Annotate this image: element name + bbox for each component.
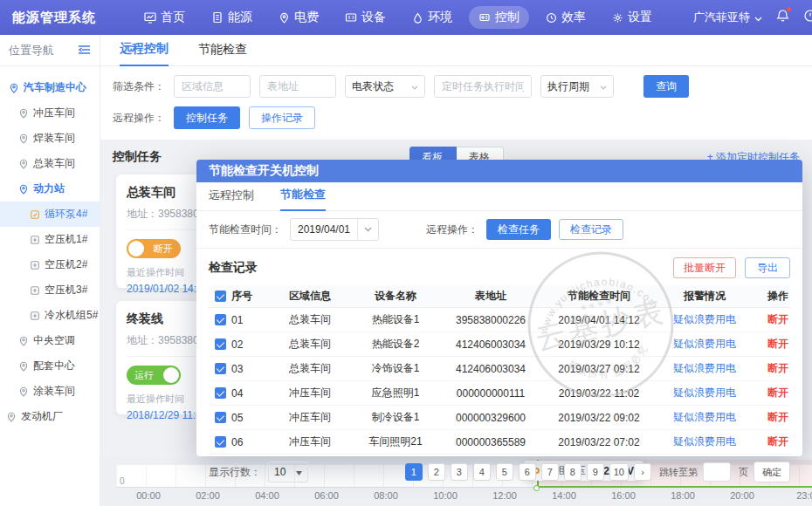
nav-energy[interactable]: 能源 [202, 6, 262, 29]
sidebar-header: 位置导航 [0, 35, 100, 66]
check-task-button[interactable]: 检查任务 [486, 219, 551, 240]
tree-item-assembly-shop[interactable]: 总装车间 [0, 151, 100, 176]
notifications-button[interactable] [776, 9, 789, 26]
rows-per-page-select[interactable]: 10 [268, 462, 308, 482]
page-button-2[interactable]: 2 [428, 463, 445, 481]
section-title: 控制任务 [113, 149, 162, 165]
main-tabbar: 远程控制 节能检查 [100, 35, 812, 66]
app-title: 能源管理系统 [0, 10, 108, 26]
alarm-link[interactable]: 疑似浪费用电 [656, 312, 754, 327]
page-button-6[interactable]: 6 [519, 463, 536, 481]
power-toggle-off[interactable]: 断开 [127, 239, 181, 258]
control-task-button[interactable]: 控制任务 [174, 106, 240, 129]
row-checkbox[interactable] [215, 412, 226, 423]
tree-item-air-compressor-2[interactable]: 空压机2# [0, 252, 100, 277]
select-all-checkbox[interactable] [215, 291, 226, 302]
page-button-1[interactable]: 1 [405, 463, 423, 481]
tree-item-support-center[interactable]: 配套中心 [0, 353, 100, 379]
sidebar-title: 位置导航 [9, 43, 54, 58]
energy-inspection-modal: 节能检查开关机控制 远程控制 节能检查 节能检查时间： 2019/04/01 远… [196, 160, 802, 456]
modal-tab-inspection[interactable]: 节能检查 [280, 187, 326, 211]
meter-icon [30, 285, 40, 296]
tree-item-paint-shop[interactable]: 涂装车间 [0, 379, 100, 404]
export-button[interactable]: 导出 [745, 257, 790, 278]
row-checkbox[interactable] [215, 338, 226, 350]
nav-environment[interactable]: 环境 [403, 6, 462, 29]
tab-remote-control[interactable]: 远程控制 [120, 41, 169, 66]
region-input[interactable] [174, 75, 251, 98]
alarm-link[interactable]: 疑似浪费用电 [656, 434, 754, 449]
tree-item-engine-plant[interactable]: 发动机厂 [0, 404, 100, 429]
nav-home[interactable]: 首页 [134, 6, 195, 29]
disconnect-action[interactable]: 断开 [754, 337, 790, 352]
next-page-button[interactable]: › [634, 463, 651, 481]
disconnect-action[interactable]: 断开 [754, 434, 790, 449]
row-checkbox[interactable] [215, 436, 226, 448]
search-button[interactable]: 查询 [643, 75, 689, 98]
location-pin-icon [18, 336, 29, 346]
remote-ops-row: 远程操作： 控制任务 操作记录 [113, 106, 800, 129]
period-select[interactable]: 执行周期 [540, 75, 614, 98]
page-button-7[interactable]: 7 [541, 463, 559, 481]
power-toggle-on[interactable]: 运行 [127, 366, 181, 385]
triangle-down-icon [296, 466, 302, 478]
page-button-5[interactable]: 5 [496, 463, 513, 481]
tree-item-power-station[interactable]: 动力站 [0, 176, 100, 202]
collapse-sidebar-icon[interactable] [78, 43, 91, 58]
nav-settings[interactable]: 设置 [602, 6, 662, 29]
check-record-button[interactable]: 检查记录 [559, 219, 623, 240]
alarm-link[interactable]: 疑似浪费用电 [656, 337, 754, 352]
disconnect-action[interactable]: 断开 [754, 312, 790, 327]
tree-item-air-compressor-3[interactable]: 空压机3# [0, 277, 100, 303]
page-button-4[interactable]: 4 [473, 463, 491, 481]
disconnect-action[interactable]: 断开 [754, 361, 790, 376]
disconnect-action[interactable]: 断开 [754, 386, 790, 400]
jump-page-input[interactable] [703, 462, 731, 482]
meter-status-select[interactable]: 电表状态 [345, 75, 425, 98]
modal-controls-row: 节能检查时间： 2019/04/01 远程操作： 检查任务 检查记录 [196, 211, 802, 249]
tenant-selector[interactable]: 广汽菲亚特 [693, 10, 762, 25]
pagination-bar: 显示行数： 10 1 2 3 4 5 6 7 8 9 10 › 跳转至第 页 确… [196, 455, 802, 482]
inspection-date-select[interactable]: 2019/04/01 [290, 218, 379, 241]
alarm-link[interactable]: 疑似浪费用电 [656, 410, 754, 425]
row-checkbox[interactable] [215, 363, 226, 374]
nav-devices[interactable]: 设备 [335, 6, 396, 29]
modal-tabbar: 远程控制 节能检查 [196, 182, 802, 211]
location-pin-icon [9, 83, 19, 93]
partial-icon[interactable] [803, 9, 812, 26]
nav-electricity-fee[interactable]: 电费 [269, 6, 328, 29]
page-button-10[interactable]: 10 [609, 463, 629, 481]
alarm-link[interactable]: 疑似浪费用电 [656, 361, 754, 376]
tab-energy-inspection[interactable]: 节能检查 [198, 42, 247, 65]
device-card-icon [345, 11, 357, 24]
task-time-input[interactable] [434, 75, 532, 98]
batch-disconnect-button[interactable]: 批量断开 [673, 257, 736, 278]
tree-item-chiller-unit-5[interactable]: 冷水机组5# [0, 303, 100, 328]
page-button-8[interactable]: 8 [564, 463, 581, 481]
nav-control[interactable]: 控制 [469, 6, 529, 29]
tree-item-circulating-pump-4[interactable]: 循环泵4# [0, 202, 100, 227]
confirm-jump-button[interactable]: 确定 [754, 462, 790, 482]
modal-tab-remote[interactable]: 远程控制 [209, 188, 254, 210]
location-pin-icon [18, 159, 29, 169]
row-checkbox[interactable] [215, 314, 226, 325]
row-checkbox[interactable] [215, 387, 226, 399]
modal-title-bar: 节能检查开关机控制 [196, 160, 802, 182]
meter-address-input[interactable] [259, 75, 336, 98]
disconnect-action[interactable]: 断开 [754, 410, 790, 425]
tree-item-air-compressor-1[interactable]: 空压机1# [0, 227, 100, 252]
tree-item-factory-center[interactable]: 汽车制造中心 [0, 75, 100, 100]
alarm-link[interactable]: 疑似浪费用电 [656, 386, 754, 400]
operation-record-button[interactable]: 操作记录 [249, 106, 315, 129]
page-button-3[interactable]: 3 [451, 463, 468, 481]
chevron-down-icon [600, 80, 607, 92]
filter-area: 筛选条件： 电表状态 执行周期 查询 远程操作： 控制任务 操作记录 [100, 66, 812, 140]
tree-item-central-ac[interactable]: 中央空调 [0, 328, 100, 353]
page-button-9[interactable]: 9 [587, 463, 604, 481]
nav-efficiency[interactable]: 效率 [536, 6, 595, 29]
location-pin-icon [18, 108, 29, 119]
meter-icon [30, 260, 40, 270]
tree-item-welding-shop[interactable]: 焊装车间 [0, 126, 100, 151]
tree-item-stamping-shop[interactable]: 冲压车间 [0, 100, 100, 126]
remote-ops-label: 远程操作： [113, 111, 165, 126]
